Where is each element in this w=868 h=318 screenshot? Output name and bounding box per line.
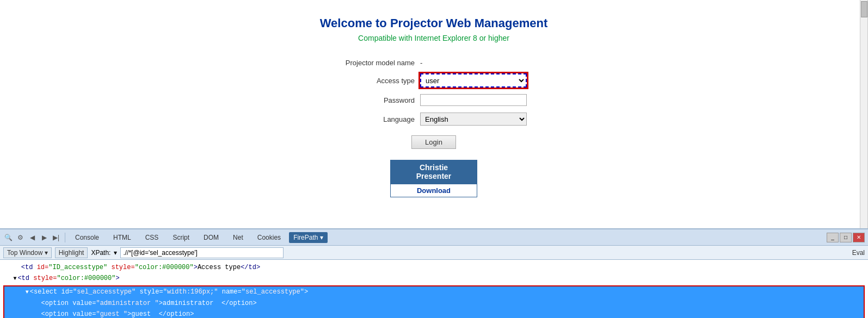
password-input[interactable]	[420, 94, 527, 106]
code-highlighted-box: ▼<select id="sel_accesstype" style="widt…	[3, 285, 865, 318]
download-button[interactable]: Download	[390, 184, 477, 197]
login-btn-row: Login	[328, 135, 540, 149]
scrollbar-thumb[interactable]	[861, 1, 867, 17]
xpath-input[interactable]	[120, 247, 284, 258]
page-subtitle: Compatible with Internet Explorer 8 or h…	[358, 34, 509, 42]
language-label: Language	[328, 115, 415, 123]
login-button[interactable]: Login	[411, 135, 456, 149]
language-select[interactable]: English	[420, 113, 527, 126]
tab-script[interactable]: Script	[167, 232, 195, 244]
code-line-opt2: <option value="guest ">guest </option>	[4, 309, 864, 318]
xpath-label: XPath:	[91, 249, 110, 257]
tab-firepath[interactable]: FirePath ▾	[289, 232, 328, 243]
access-type-wrapper: administrator guest user	[420, 73, 540, 88]
maximize-devtools-button[interactable]: □	[840, 233, 852, 242]
main-content: Welcome to Projector Web Management Comp…	[0, 0, 868, 228]
scrollbar[interactable]	[860, 0, 867, 228]
tab-net[interactable]: Net	[227, 232, 249, 244]
devtools-firepath-toolbar: Top Window ▾ Highlight XPath: ▾ Eval	[0, 246, 868, 260]
christie-presenter-label: Christie Presenter	[390, 160, 477, 184]
eval-label: Eval	[852, 249, 865, 257]
code-line-1: <td id="ID_accesstype" style="color:#000…	[0, 262, 868, 273]
settings-icon[interactable]: ⚙	[15, 233, 25, 242]
projector-model-value: -	[420, 59, 540, 67]
devtools-panel: 🔍 ⚙ ◀ ▶ ▶| Console HTML CSS Script DOM N…	[0, 228, 868, 318]
code-line-opt1: <option value="administrator ">administr…	[4, 298, 864, 309]
code-line-2: ▼<td style="color:#000000">	[0, 273, 868, 284]
tab-cookies[interactable]: Cookies	[251, 232, 287, 244]
tab-css[interactable]: CSS	[139, 232, 165, 244]
highlight-button[interactable]: Highlight	[55, 247, 88, 258]
step-icon[interactable]: ▶|	[51, 233, 61, 242]
close-devtools-button[interactable]: ✕	[853, 233, 865, 242]
password-label: Password	[328, 96, 415, 104]
back-icon[interactable]: ◀	[27, 233, 37, 242]
tab-html[interactable]: HTML	[107, 232, 137, 244]
top-window-button[interactable]: Top Window ▾	[3, 247, 52, 258]
minimize-devtools-button[interactable]: _	[827, 233, 839, 242]
access-type-label: Access type	[328, 77, 415, 85]
code-line-select: ▼<select id="sel_accesstype" style="widt…	[4, 286, 864, 298]
page-title: Welcome to Projector Web Management	[320, 16, 548, 30]
devtools-code-area: <td id="ID_accesstype" style="color:#000…	[0, 260, 868, 318]
devtools-toolbar: 🔍 ⚙ ◀ ▶ ▶| Console HTML CSS Script DOM N…	[0, 229, 868, 246]
projector-model-label: Projector model name	[328, 59, 415, 67]
inspect-icon[interactable]: 🔍	[3, 233, 13, 242]
tab-dom[interactable]: DOM	[198, 232, 225, 244]
devtools-right-buttons: _ □ ✕	[827, 233, 865, 242]
christie-banner: Christie Presenter Download	[390, 160, 477, 197]
toolbar-separator-1	[65, 233, 65, 242]
access-type-select[interactable]: administrator guest user	[420, 73, 527, 88]
forward-icon[interactable]: ▶	[39, 233, 49, 242]
xpath-dropdown[interactable]: ▾	[114, 249, 117, 257]
login-form: Projector model name - Access type admin…	[328, 59, 540, 149]
tab-console[interactable]: Console	[69, 232, 105, 244]
